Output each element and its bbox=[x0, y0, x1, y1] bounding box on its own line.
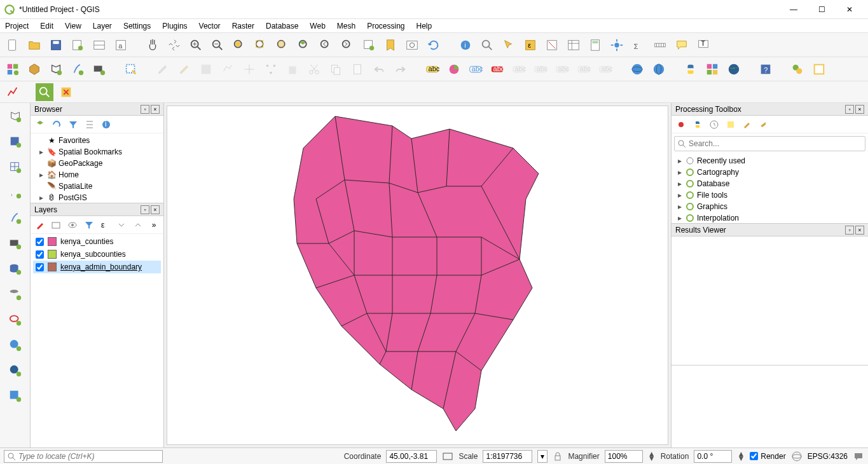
toggle-editing-icon[interactable] bbox=[154, 60, 172, 78]
hcmgis-globe-icon[interactable] bbox=[628, 60, 646, 78]
new-print-layout-icon[interactable] bbox=[69, 36, 86, 54]
zoom-layer-icon[interactable] bbox=[295, 36, 313, 54]
add-mssql-icon[interactable] bbox=[6, 285, 25, 304]
abc-show-icon[interactable]: abc bbox=[510, 60, 528, 78]
select-by-expression-icon[interactable]: ε bbox=[521, 36, 539, 54]
browser-refresh-icon[interactable] bbox=[51, 119, 62, 130]
help-icon[interactable]: ? bbox=[757, 60, 775, 78]
results-undock-icon[interactable]: ▫ bbox=[845, 226, 854, 235]
layers-add-group-icon[interactable] bbox=[51, 219, 62, 231]
zoom-next-icon[interactable] bbox=[338, 36, 356, 54]
magnifier-input[interactable] bbox=[605, 450, 643, 463]
layers-undock-icon[interactable]: ▫ bbox=[141, 205, 149, 214]
save-project-icon[interactable] bbox=[47, 36, 65, 54]
render-checkbox[interactable] bbox=[750, 452, 758, 460]
coordinate-input[interactable] bbox=[386, 450, 437, 463]
browser-properties-icon[interactable]: i bbox=[100, 119, 112, 130]
abc-edit-icon[interactable]: abc bbox=[596, 60, 614, 78]
scale-dropdown-icon[interactable]: ▾ bbox=[537, 450, 548, 463]
layout-manager-icon[interactable] bbox=[90, 36, 108, 54]
add-oracle-icon[interactable] bbox=[6, 310, 25, 329]
zoom-full-icon[interactable] bbox=[252, 36, 270, 54]
zoom-last-icon[interactable] bbox=[317, 36, 334, 54]
lock-icon[interactable] bbox=[553, 451, 563, 461]
magnifier-spinner[interactable]: ▲▼ bbox=[648, 452, 656, 461]
processing-model-icon[interactable] bbox=[675, 119, 687, 130]
results-bottom-pane[interactable] bbox=[672, 365, 868, 447]
refresh-icon[interactable] bbox=[425, 36, 443, 54]
browser-collapse-icon[interactable] bbox=[84, 119, 95, 130]
paste-features-icon[interactable] bbox=[348, 60, 366, 78]
processing-edit-icon[interactable] bbox=[741, 119, 753, 130]
scale-input[interactable] bbox=[483, 450, 532, 463]
redo-icon[interactable] bbox=[392, 60, 410, 78]
processing-item-graphics[interactable]: ▸Graphics bbox=[674, 201, 865, 212]
web-icon[interactable] bbox=[725, 60, 743, 78]
plugin-other-icon[interactable] bbox=[810, 60, 828, 78]
pan-to-selection-icon[interactable] bbox=[165, 36, 183, 54]
quick-osm-icon[interactable] bbox=[36, 83, 53, 101]
browser-close-icon[interactable]: × bbox=[151, 105, 160, 114]
map-canvas[interactable] bbox=[167, 106, 668, 445]
processing-item-cartography[interactable]: ▸Cartography bbox=[674, 167, 865, 178]
browser-item-geopackage[interactable]: 📦GeoPackage bbox=[33, 158, 161, 169]
new-bookmark-icon[interactable] bbox=[382, 36, 399, 54]
browser-item-bookmarks[interactable]: ▸🔖Spatial Bookmarks bbox=[33, 146, 161, 158]
layers-more-icon[interactable]: » bbox=[148, 219, 160, 231]
layers-panel-header[interactable]: Layers ▫ × bbox=[31, 203, 163, 216]
abc-rotate-icon[interactable]: abc bbox=[553, 60, 571, 78]
processing-item-database[interactable]: ▸Database bbox=[674, 178, 865, 189]
layers-close-icon[interactable]: × bbox=[151, 205, 160, 214]
data-source-manager-icon[interactable] bbox=[4, 60, 22, 78]
current-edits-icon[interactable] bbox=[122, 60, 140, 78]
add-raster-layer-icon[interactable] bbox=[6, 132, 25, 151]
add-wms-icon[interactable] bbox=[6, 336, 25, 355]
processing-results-icon[interactable] bbox=[725, 119, 736, 130]
layers-collapse-icon[interactable] bbox=[132, 219, 144, 231]
crs-label[interactable]: EPSG:4326 bbox=[808, 452, 848, 461]
menu-vector[interactable]: Vector bbox=[199, 22, 221, 31]
menu-raster[interactable]: Raster bbox=[232, 22, 254, 31]
browser-panel-header[interactable]: Browser ▫ × bbox=[31, 103, 163, 116]
browser-undock-icon[interactable]: ▫ bbox=[141, 105, 149, 114]
abc-label-icon[interactable]: abc bbox=[424, 60, 441, 78]
layers-expand-icon[interactable] bbox=[116, 219, 127, 231]
processing-item-recent[interactable]: ▸Recently used bbox=[674, 155, 865, 167]
new-geopackage-icon[interactable] bbox=[25, 60, 43, 78]
layer-checkbox[interactable] bbox=[36, 263, 44, 271]
annotation-icon[interactable]: T bbox=[694, 36, 712, 54]
processing-panel-header[interactable]: Processing Toolbox ▫ × bbox=[672, 103, 868, 116]
zoom-selection-icon[interactable] bbox=[273, 36, 291, 54]
hcmgis-globe2-icon[interactable] bbox=[650, 60, 668, 78]
layers-expression-icon[interactable]: ε bbox=[100, 219, 111, 231]
processing-tree[interactable]: ▸Recently used ▸Cartography ▸Database ▸F… bbox=[672, 154, 868, 224]
crs-icon[interactable] bbox=[791, 451, 803, 462]
menu-web[interactable]: Web bbox=[310, 22, 325, 31]
abc-highlight-icon[interactable]: abc bbox=[467, 60, 485, 78]
actions-icon[interactable] bbox=[478, 36, 496, 54]
pan-icon[interactable] bbox=[144, 36, 162, 54]
abc-change-icon[interactable]: abc bbox=[575, 60, 593, 78]
tile-index-icon[interactable] bbox=[703, 60, 721, 78]
new-virtual-layer-icon[interactable] bbox=[90, 60, 108, 78]
deselect-icon[interactable] bbox=[543, 36, 561, 54]
browser-item-favorites[interactable]: ★Favorites bbox=[33, 135, 161, 146]
processing-history-icon[interactable] bbox=[708, 119, 720, 130]
move-feature-icon[interactable] bbox=[240, 60, 258, 78]
extents-icon[interactable] bbox=[442, 451, 453, 462]
quick-osm-settings-icon[interactable] bbox=[57, 83, 75, 101]
layer-kenya-counties[interactable]: kenya_counties bbox=[33, 235, 161, 248]
toolbox-icon[interactable] bbox=[608, 36, 626, 54]
processing-undock-icon[interactable]: ▫ bbox=[845, 105, 854, 114]
locator-input[interactable] bbox=[18, 452, 160, 461]
layers-filter-icon[interactable] bbox=[83, 219, 95, 231]
results-panel-header[interactable]: Results Viewer ▫ × bbox=[672, 224, 868, 236]
open-project-icon[interactable] bbox=[25, 36, 43, 54]
attribute-table-icon[interactable] bbox=[565, 36, 582, 54]
add-virtual-icon[interactable] bbox=[6, 234, 25, 253]
layer-kenya-admin-boundary[interactable]: kenya_admin_boundary bbox=[33, 261, 161, 273]
processing-item-interpolation[interactable]: ▸Interpolation bbox=[674, 212, 865, 224]
menu-database[interactable]: Database bbox=[266, 22, 298, 31]
close-button[interactable]: ✕ bbox=[841, 5, 858, 14]
layers-tree[interactable]: kenya_counties kenya_subcounties kenya_a… bbox=[31, 234, 163, 447]
